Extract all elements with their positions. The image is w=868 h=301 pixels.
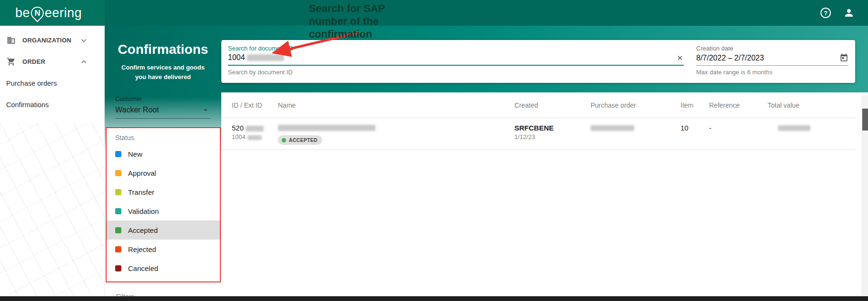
sidebar-item-organization[interactable]: ORGANIZATION: [0, 30, 104, 51]
calendar-icon[interactable]: [839, 53, 848, 62]
date-hint: Max date range is 6 months: [696, 69, 848, 76]
account-icon[interactable]: [843, 7, 855, 19]
status-color-swatch: [115, 246, 121, 252]
status-item-label: Rejected: [128, 245, 156, 253]
status-color-swatch: [115, 189, 121, 195]
cell-total-value: [768, 124, 855, 145]
row-ext-id: 1004: [232, 133, 246, 140]
date-range-input[interactable]: 8/7/2022 – 2/7/2023: [696, 53, 848, 66]
row-reference: -: [709, 124, 768, 132]
table-row[interactable]: 520 1004 ACCEPTED SRFCBENE 1/12/23: [221, 118, 855, 150]
logo-text-suffix: eering: [45, 6, 82, 20]
redacted-purchase-order: [591, 125, 634, 131]
status-color-swatch: [115, 227, 121, 233]
row-created-date: 1/12/23: [514, 133, 591, 141]
table-header-row: ID / Ext ID Name Created Purchase order …: [221, 92, 855, 118]
date-range-value: 8/7/2022 – 2/7/2023: [696, 54, 764, 62]
cell-name: ACCEPTED: [278, 124, 514, 145]
page-title: Confirmations: [105, 42, 221, 57]
confirmations-table: ID / Ext ID Name Created Purchase order …: [221, 92, 855, 150]
row-id: 520: [232, 124, 244, 132]
status-badge: ACCEPTED: [278, 135, 322, 145]
status-item-label: Accepted: [128, 226, 158, 234]
vertical-scrollbar[interactable]: [862, 95, 868, 296]
leaf-icon: N: [28, 4, 46, 22]
status-item-label: Approval: [128, 169, 156, 177]
cart-icon: [7, 57, 16, 66]
customer-select[interactable]: Wacker Root: [115, 102, 210, 119]
column-header-created: Created: [514, 101, 591, 109]
column-header-total-value: Total value: [768, 101, 855, 109]
creation-date-field: Creation date 8/7/2022 – 2/7/2023 Max da…: [696, 45, 848, 79]
annotation-line: number of the: [309, 15, 385, 28]
sidebar-item-label: Purchase orders: [6, 80, 57, 87]
status-color-swatch: [115, 151, 121, 157]
sidebar-item-purchase-orders[interactable]: Purchase orders: [0, 72, 104, 94]
status-filter-title: Status: [107, 134, 220, 141]
help-icon[interactable]: ?: [820, 8, 831, 18]
status-color-swatch: [115, 170, 121, 176]
status-item-label: Validation: [128, 207, 159, 215]
status-item-validation[interactable]: Validation: [107, 201, 220, 221]
column-header-purchase-order: Purchase order: [591, 101, 681, 109]
column-header-item: Item: [681, 101, 709, 109]
status-item-accepted[interactable]: Accepted: [107, 221, 220, 240]
page-subtitle: Confirm services and goods you have deli…: [118, 63, 209, 82]
status-item-approval[interactable]: Approval: [107, 163, 220, 182]
search-hint: Search by document ID: [228, 69, 684, 76]
status-item-rejected[interactable]: Rejected: [107, 240, 220, 259]
chevron-up-icon[interactable]: [79, 58, 88, 66]
cell-created: SRFCBENE 1/12/23: [514, 124, 591, 145]
cell-reference: -: [709, 124, 768, 145]
logo-text-prefix: be: [15, 6, 30, 20]
customer-value: Wacker Root: [115, 106, 159, 114]
row-item: 10: [681, 124, 709, 132]
column-header-id: ID / Ext ID: [232, 101, 278, 109]
column-header-name: Name: [278, 101, 514, 109]
status-item-label: Canceled: [128, 264, 158, 272]
status-item-canceled[interactable]: Canceled: [107, 259, 220, 278]
dropdown-caret-icon: [201, 105, 210, 115]
redacted-ext-id: [247, 135, 262, 140]
scrollbar-thumb[interactable]: [862, 109, 868, 130]
status-item-label: New: [128, 150, 142, 158]
status-item-transfer[interactable]: Transfer: [107, 182, 220, 201]
redacted-name: [278, 125, 375, 131]
redacted-total-value: [778, 125, 810, 131]
chevron-down-icon[interactable]: [79, 36, 88, 45]
status-dot-icon: [282, 138, 286, 142]
sidebar-item-label: ORDER: [22, 58, 45, 65]
cell-item: 10: [681, 124, 709, 145]
logo-area: be N eering: [0, 0, 105, 26]
sidebar: ORGANIZATION ORDER Purchase orders Confi…: [0, 26, 105, 296]
row-created-by: SRFCBENE: [514, 124, 591, 132]
organization-icon: [7, 36, 16, 45]
customer-label: Customer: [115, 95, 210, 102]
status-item-label: Transfer: [128, 188, 154, 196]
status-color-swatch: [115, 208, 121, 214]
sidebar-item-label: ORGANIZATION: [22, 37, 71, 44]
status-filter-panel: Status New Approval Transfer Validation …: [106, 127, 221, 282]
sidebar-item-order[interactable]: ORDER: [0, 51, 104, 72]
status-color-swatch: [115, 265, 121, 271]
app-header: be N eering ?: [0, 0, 868, 26]
sidebar-item-label: Confirmations: [6, 101, 49, 109]
date-field-label: Creation date: [696, 45, 848, 52]
bottom-bar: [0, 296, 868, 301]
search-value: 1004: [228, 53, 245, 62]
annotation-line: confirmation: [309, 28, 385, 41]
app-logo[interactable]: be N eering: [15, 6, 82, 20]
status-badge-label: ACCEPTED: [289, 137, 317, 143]
cell-id-ext-id: 520 1004: [232, 124, 278, 145]
annotation-callout: Search for SAP number of the confirmatio…: [309, 2, 385, 40]
clear-search-icon[interactable]: ✕: [676, 54, 684, 61]
customer-field: Customer Wacker Root: [115, 95, 210, 119]
column-header-reference: Reference: [709, 101, 768, 109]
page-left-column: Confirmations Confirm services and goods…: [105, 26, 221, 301]
main-content: Confirmations Confirm services and goods…: [105, 26, 868, 296]
status-item-new[interactable]: New: [107, 144, 220, 163]
redacted-id: [246, 126, 264, 131]
cell-purchase-order: [591, 124, 681, 145]
sidebar-item-confirmations[interactable]: Confirmations: [0, 94, 104, 115]
annotation-line: Search for SAP: [309, 2, 385, 15]
